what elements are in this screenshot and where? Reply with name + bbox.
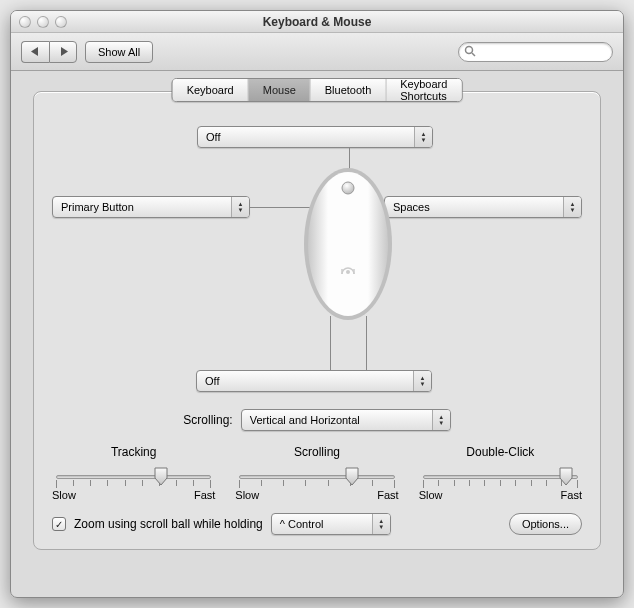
- mouse-diagram: Off ▲▼ Primary Button ▲▼ Spaces ▲▼ Off ▲…: [52, 124, 582, 399]
- svg-marker-0: [31, 47, 38, 56]
- slider-max-label: Fast: [561, 489, 582, 501]
- titlebar: Keyboard & Mouse: [11, 11, 623, 33]
- tab-keyboard[interactable]: Keyboard: [173, 79, 249, 101]
- tab-panel: Keyboard Mouse Bluetooth Keyboard Shortc…: [33, 91, 601, 550]
- svg-point-6: [342, 182, 354, 194]
- slider-title: Scrolling: [235, 445, 398, 459]
- slider-title: Double-Click: [419, 445, 582, 459]
- tracking-slider[interactable]: [52, 465, 215, 487]
- zoom-modifier-popup[interactable]: ^ Control ▲▼: [271, 513, 391, 535]
- triangle-right-icon: [59, 47, 68, 56]
- slider-max-label: Fast: [377, 489, 398, 501]
- stepper-arrows-icon: ▲▼: [432, 410, 450, 430]
- scrolling-slider-block: Scrolling Slow Fast: [235, 445, 398, 501]
- slider-title: Tracking: [52, 445, 215, 459]
- forward-button[interactable]: [49, 41, 77, 63]
- svg-marker-1: [61, 47, 68, 56]
- side-buttons-popup[interactable]: Off ▲▼: [196, 370, 432, 392]
- popup-value: Spaces: [393, 201, 430, 213]
- svg-point-7: [346, 270, 350, 274]
- svg-point-2: [466, 46, 473, 53]
- prefs-window: Keyboard & Mouse Show All Keyboard Mouse…: [10, 10, 624, 598]
- popup-value: Primary Button: [61, 201, 134, 213]
- mouse-image: [298, 164, 398, 324]
- left-button-popup[interactable]: Primary Button ▲▼: [52, 196, 250, 218]
- zoom-options-button[interactable]: Options...: [509, 513, 582, 535]
- popup-value: Off: [205, 375, 219, 387]
- scrolling-row: Scrolling: Vertical and Horizontal ▲▼: [52, 409, 582, 431]
- right-button-popup[interactable]: Spaces ▲▼: [384, 196, 582, 218]
- stepper-arrows-icon: ▲▼: [231, 197, 249, 217]
- toolbar: Show All: [11, 33, 623, 71]
- window-title: Keyboard & Mouse: [11, 15, 623, 29]
- search-icon: [464, 45, 476, 60]
- slider-thumb[interactable]: [344, 466, 360, 486]
- stepper-arrows-icon: ▲▼: [563, 197, 581, 217]
- stepper-arrows-icon: ▲▼: [413, 371, 431, 391]
- scrolling-mode-popup[interactable]: Vertical and Horizontal ▲▼: [241, 409, 451, 431]
- back-button[interactable]: [21, 41, 49, 63]
- slider-max-label: Fast: [194, 489, 215, 501]
- scrolling-label: Scrolling:: [183, 413, 232, 427]
- popup-value: ^ Control: [280, 518, 324, 530]
- show-all-button[interactable]: Show All: [85, 41, 153, 63]
- slider-min-label: Slow: [235, 489, 259, 501]
- nav-group: [21, 41, 77, 63]
- search-input[interactable]: [458, 42, 613, 62]
- tabs: Keyboard Mouse Bluetooth Keyboard Shortc…: [172, 78, 463, 102]
- zoom-row: ✓ Zoom using scroll ball while holding ^…: [52, 513, 582, 535]
- triangle-left-icon: [31, 47, 40, 56]
- slider-thumb[interactable]: [558, 466, 574, 486]
- zoom-checkbox[interactable]: ✓: [52, 517, 66, 531]
- scroll-ball-action-popup[interactable]: Off ▲▼: [197, 126, 433, 148]
- scrolling-slider[interactable]: [235, 465, 398, 487]
- stepper-arrows-icon: ▲▼: [414, 127, 432, 147]
- svg-line-3: [472, 53, 475, 56]
- double-click-slider-block: Double-Click Slow Fast: [419, 445, 582, 501]
- stepper-arrows-icon: ▲▼: [372, 514, 390, 534]
- tab-bluetooth[interactable]: Bluetooth: [311, 79, 386, 101]
- double-click-slider[interactable]: [419, 465, 582, 487]
- sliders-row: Tracking Slow Fast Scrolling Slow Fast: [52, 445, 582, 501]
- slider-min-label: Slow: [419, 489, 443, 501]
- tab-mouse[interactable]: Mouse: [249, 79, 311, 101]
- popup-value: Off: [206, 131, 220, 143]
- slider-thumb[interactable]: [153, 466, 169, 486]
- tracking-slider-block: Tracking Slow Fast: [52, 445, 215, 501]
- popup-value: Vertical and Horizontal: [250, 414, 360, 426]
- zoom-label: Zoom using scroll ball while holding: [74, 517, 263, 531]
- slider-min-label: Slow: [52, 489, 76, 501]
- tab-keyboard-shortcuts[interactable]: Keyboard Shortcuts: [386, 79, 461, 101]
